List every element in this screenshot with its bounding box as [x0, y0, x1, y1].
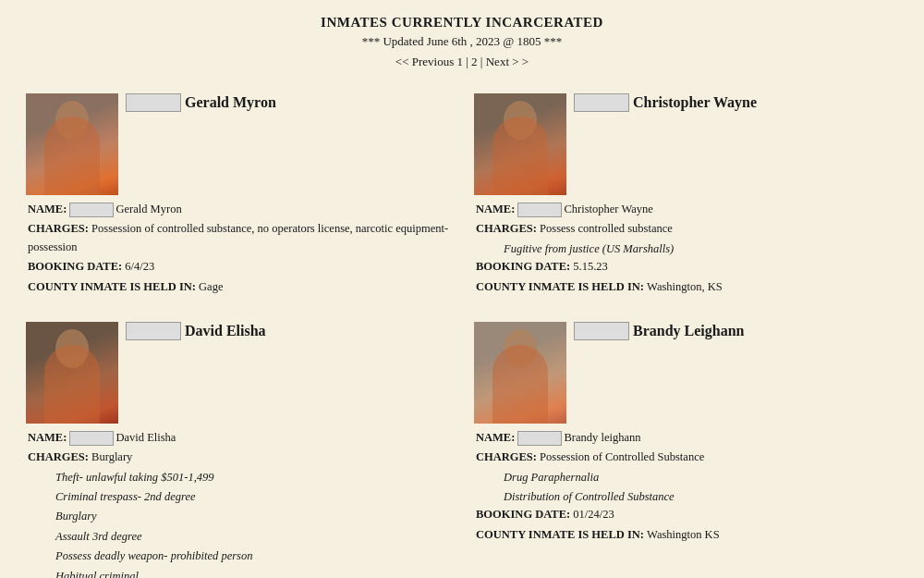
page-header: INMATES CURRENTLY INCARCERATED *** Updat… [0, 0, 924, 77]
county-row-gerald: COUNTY INMATE IS HELD IN: Gage [28, 278, 450, 296]
charges-row-christopher: CHARGES: Possess controlled substance [476, 220, 898, 238]
sub-charge-david-4: Possess deadly weapon- prohibited person [28, 547, 450, 565]
inmate-header-christopher: Christopher Wayne [474, 93, 898, 195]
inmate-details-david: NAME: David ElishaCHARGES: BurglaryTheft… [26, 429, 450, 578]
inmate-header-gerald: Gerald Myron [26, 93, 450, 195]
name-value-gerald: Gerald Myron [116, 203, 181, 215]
county-value-gerald: Gage [199, 280, 223, 293]
inmate-photo-brandy [474, 322, 566, 424]
county-label-christopher: COUNTY INMATE IS HELD IN: [476, 280, 647, 293]
inmate-name-gerald: Gerald Myron [185, 94, 276, 111]
name-redact-brandy [574, 322, 629, 340]
name-redact-gerald [126, 93, 181, 112]
inmate-details-christopher: NAME: Christopher WayneCHARGES: Possess … [474, 201, 898, 298]
booking-value-christopher: 5.15.23 [573, 260, 608, 273]
name-field-row-david: NAME: David Elisha [28, 429, 450, 447]
sub-charge-christopher-0: Fugitive from justice (US Marshalls) [476, 240, 898, 258]
charges-row-gerald: CHARGES: Possession of controlled substa… [28, 220, 450, 256]
charges-value-gerald: Possession of controlled substance, no o… [28, 222, 448, 252]
name-redact-david [126, 322, 181, 340]
name-redact-inline-david [69, 431, 114, 446]
inmate-name-brandy: Brandy Leighann [633, 323, 744, 339]
charges-row-brandy: CHARGES: Possession of Controlled Substa… [476, 449, 898, 466]
booking-row-gerald: BOOKING DATE: 6/4/23 [28, 258, 450, 276]
name-value-brandy: Brandy leighann [564, 431, 640, 444]
charges-label-brandy: CHARGES: [476, 450, 540, 463]
sub-charge-david-2: Burglary [28, 508, 450, 525]
page-sep: | [480, 55, 483, 68]
inmate-name-david: David Elisha [185, 323, 266, 339]
charges-value-david: Burglary [91, 450, 132, 463]
charges-value-brandy: Possession of Controlled Substance [540, 450, 704, 463]
inmate-photo-david [26, 322, 118, 424]
prev-link[interactable]: << Previous 1 | [395, 55, 468, 68]
county-label-brandy: COUNTY INMATE IS HELD IN: [476, 528, 647, 541]
sub-charge-david-1: Criminal trespass- 2nd degree [28, 488, 450, 506]
inmates-grid: Gerald MyronNAME: Gerald MyronCHARGES: P… [0, 77, 924, 578]
update-text: *** Updated June 6th , 2023 @ 1805 *** [0, 34, 924, 49]
sub-charge-david-0: Theft- unlawful taking $501-1,499 [28, 469, 450, 486]
page2-link[interactable]: 2 [471, 55, 478, 68]
booking-row-christopher: BOOKING DATE: 5.15.23 [476, 258, 898, 276]
county-label-gerald: COUNTY INMATE IS HELD IN: [28, 280, 199, 293]
booking-value-brandy: 01/24/23 [573, 508, 614, 521]
name-redact-inline-brandy [517, 431, 562, 446]
name-value-christopher: Christopher Wayne [564, 203, 652, 215]
name-field-row-gerald: NAME: Gerald Myron [28, 201, 450, 218]
inmate-name-box-christopher: Christopher Wayne [574, 93, 898, 112]
charges-label-david: CHARGES: [28, 450, 91, 463]
name-redact-inline-gerald [69, 203, 114, 217]
county-row-christopher: COUNTY INMATE IS HELD IN: Washington, KS [476, 278, 898, 296]
inmate-name-christopher: Christopher Wayne [633, 94, 757, 111]
booking-label-christopher: BOOKING DATE: [476, 260, 573, 273]
inmate-name-box-brandy: Brandy Leighann [574, 322, 898, 340]
inmate-details-gerald: NAME: Gerald MyronCHARGES: Possession of… [26, 201, 450, 298]
county-value-christopher: Washington, KS [647, 280, 723, 293]
pagination: << Previous 1 | 2 | Next > > [0, 55, 924, 69]
sub-charge-david-5: Habitual criminal [28, 568, 450, 579]
page-title: INMATES CURRENTLY INCARCERATED [0, 15, 924, 31]
name-value-david: David Elisha [116, 431, 176, 444]
sub-charge-brandy-0: Drug Paraphernalia [476, 469, 898, 486]
booking-row-brandy: BOOKING DATE: 01/24/23 [476, 506, 898, 523]
name-field-row-christopher: NAME: Christopher Wayne [476, 201, 898, 218]
inmate-card-christopher: Christopher WayneNAME: Christopher Wayne… [467, 86, 906, 305]
inmate-card-brandy: Brandy LeighannNAME: Brandy leighannCHAR… [467, 314, 906, 578]
name-label-christopher: NAME: [476, 203, 517, 215]
inmate-details-brandy: NAME: Brandy leighannCHARGES: Possession… [474, 429, 898, 546]
name-redact-christopher [574, 93, 629, 112]
next-link[interactable]: Next > > [486, 55, 529, 68]
sub-charge-david-3: Assault 3rd degree [28, 528, 450, 546]
county-value-brandy: Washington KS [647, 528, 720, 541]
inmate-photo-christopher [474, 93, 566, 195]
inmate-card-david: David ElishaNAME: David ElishaCHARGES: B… [18, 314, 457, 578]
county-row-brandy: COUNTY INMATE IS HELD IN: Washington KS [476, 526, 898, 544]
booking-value-gerald: 6/4/23 [125, 260, 154, 273]
booking-label-brandy: BOOKING DATE: [476, 508, 573, 521]
name-label-david: NAME: [28, 431, 69, 444]
inmate-card-gerald: Gerald MyronNAME: Gerald MyronCHARGES: P… [18, 86, 457, 305]
name-label-gerald: NAME: [28, 203, 69, 215]
inmate-header-brandy: Brandy Leighann [474, 322, 898, 424]
booking-label-gerald: BOOKING DATE: [28, 260, 125, 273]
name-field-row-brandy: NAME: Brandy leighann [476, 429, 898, 447]
inmate-name-box-david: David Elisha [126, 322, 450, 340]
charges-label-gerald: CHARGES: [28, 222, 91, 235]
inmate-header-david: David Elisha [26, 322, 450, 424]
name-redact-inline-christopher [517, 203, 562, 217]
inmate-name-box-gerald: Gerald Myron [126, 93, 450, 112]
charges-value-christopher: Possess controlled substance [540, 222, 673, 235]
inmate-photo-gerald [26, 93, 118, 195]
charges-label-christopher: CHARGES: [476, 222, 540, 235]
name-label-brandy: NAME: [476, 431, 517, 444]
sub-charge-brandy-1: Distribution of Controlled Substance [476, 488, 898, 506]
charges-row-david: CHARGES: Burglary [28, 449, 450, 466]
